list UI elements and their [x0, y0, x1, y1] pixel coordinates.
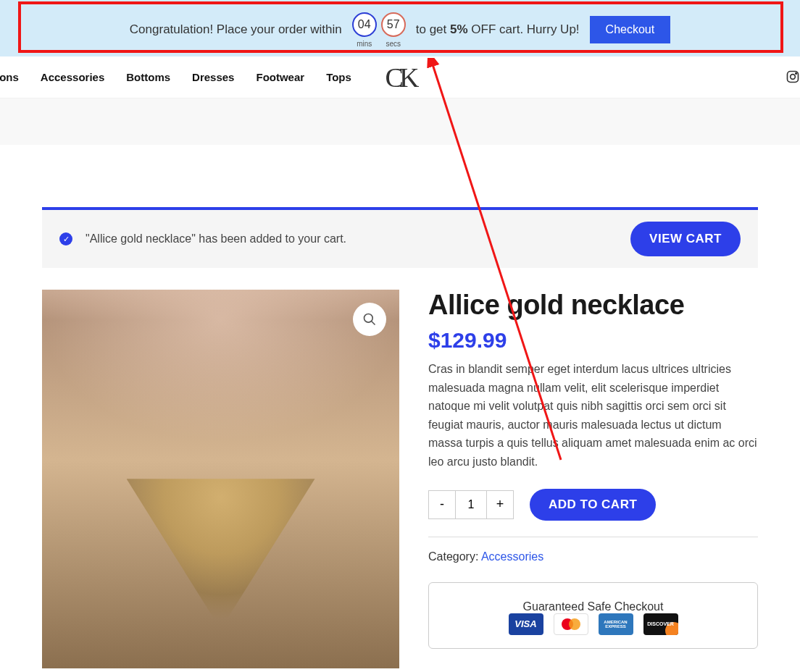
nav-item-accessories[interactable]: Accessories	[41, 71, 104, 83]
timer-mins-label: mins	[357, 40, 372, 48]
check-icon: ✓	[59, 232, 72, 245]
product-price: $129.99	[428, 328, 758, 353]
svg-point-4	[364, 314, 373, 323]
discover-icon: DISCOVER	[643, 613, 678, 635]
category-link[interactable]: Accessories	[481, 550, 543, 563]
view-cart-button[interactable]: VIEW CART	[630, 222, 741, 256]
nav-item-footwear[interactable]: Footwear	[256, 71, 304, 83]
nav-item-tops[interactable]: Tops	[326, 71, 351, 83]
amex-icon: AMERICAN EXPRESS	[599, 613, 633, 635]
safe-checkout-box: Guaranteed Safe Checkout VISA AMERICAN E…	[428, 582, 758, 649]
product-section: Allice gold necklace $129.99 Cras in bla…	[42, 290, 758, 668]
svg-line-5	[372, 322, 375, 325]
product-image[interactable]	[42, 290, 399, 668]
add-to-cart-row: - + ADD TO CART	[428, 489, 758, 521]
safe-checkout-title: Guaranteed Safe Checkout	[442, 600, 744, 613]
timer-secs-label: secs	[386, 40, 401, 48]
payment-cards: VISA AMERICAN EXPRESS DISCOVER	[442, 613, 744, 635]
timer-mins-value: 04	[352, 12, 377, 37]
quantity-stepper: - +	[428, 490, 514, 519]
header-spacer	[0, 98, 800, 145]
promo-discount: 5%	[450, 22, 468, 36]
qty-input[interactable]	[456, 490, 486, 519]
cart-notice: ✓ "Allice gold necklace" has been added …	[42, 207, 758, 268]
product-details: Allice gold necklace $129.99 Cras in bla…	[428, 290, 758, 668]
product-title: Allice gold necklace	[428, 290, 758, 321]
promo-right-post: OFF cart. Hurry Up!	[468, 22, 580, 36]
instagram-icon[interactable]	[786, 70, 800, 87]
timer-mins: 04 mins	[352, 12, 377, 48]
product-gallery	[42, 290, 399, 668]
site-logo[interactable]: CK	[386, 62, 415, 93]
product-description: Cras in blandit semper eget interdum lac…	[428, 360, 758, 471]
timer-secs: 57 secs	[381, 12, 406, 48]
nav-item-dresses[interactable]: Dresses	[192, 71, 234, 83]
divider	[428, 537, 758, 537]
magnifier-icon	[362, 312, 377, 327]
promo-text-right: to get 5% OFF cart. Hurry Up!	[416, 22, 580, 37]
countdown-timer: 04 mins 57 secs	[352, 12, 406, 48]
notice-text: "Allice gold necklace" has been added to…	[86, 232, 346, 245]
svg-point-2	[791, 75, 796, 80]
category-label: Category:	[428, 550, 481, 563]
promo-text-left: Congratulation! Place your order within	[130, 22, 342, 37]
visa-icon: VISA	[509, 613, 543, 635]
product-category: Category: Accessories	[428, 550, 758, 563]
nav-item-bottoms[interactable]: Bottoms	[126, 71, 170, 83]
nav-item-collections[interactable]: tions	[0, 71, 19, 83]
mastercard-icon	[554, 613, 588, 635]
main-content: ✓ "Allice gold necklace" has been added …	[42, 145, 758, 668]
svg-point-3	[796, 73, 797, 75]
add-to-cart-button[interactable]: ADD TO CART	[530, 489, 656, 521]
qty-plus-button[interactable]: +	[486, 490, 514, 519]
promo-right-pre: to get	[416, 22, 450, 36]
checkout-button[interactable]: Checkout	[590, 16, 671, 43]
promo-bar: Congratulation! Place your order within …	[0, 0, 800, 56]
main-nav: tions Accessories Bottoms Dresses Footwe…	[0, 56, 800, 98]
timer-secs-value: 57	[381, 12, 406, 37]
zoom-button[interactable]	[353, 303, 386, 336]
qty-minus-button[interactable]: -	[428, 490, 456, 519]
